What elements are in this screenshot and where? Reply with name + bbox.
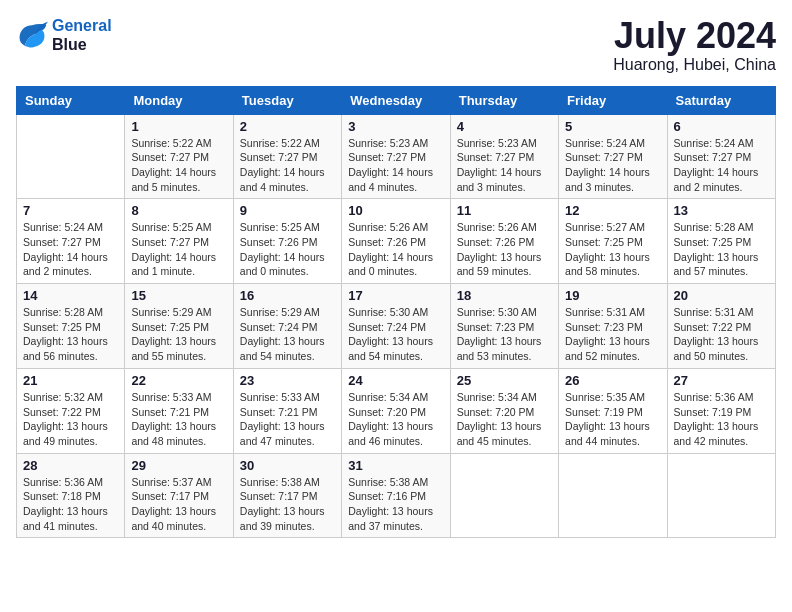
calendar-cell: 29Sunrise: 5:37 AMSunset: 7:17 PMDayligh… [125, 453, 233, 538]
calendar-cell: 7Sunrise: 5:24 AMSunset: 7:27 PMDaylight… [17, 199, 125, 284]
day-number: 7 [23, 203, 118, 218]
day-number: 22 [131, 373, 226, 388]
day-number: 9 [240, 203, 335, 218]
day-info: Sunrise: 5:38 AMSunset: 7:16 PMDaylight:… [348, 475, 443, 534]
day-number: 28 [23, 458, 118, 473]
day-info: Sunrise: 5:30 AMSunset: 7:23 PMDaylight:… [457, 305, 552, 364]
calendar-cell: 8Sunrise: 5:25 AMSunset: 7:27 PMDaylight… [125, 199, 233, 284]
title-block: July 2024 Huarong, Hubei, China [613, 16, 776, 74]
day-number: 23 [240, 373, 335, 388]
calendar-cell: 11Sunrise: 5:26 AMSunset: 7:26 PMDayligh… [450, 199, 558, 284]
calendar-cell [667, 453, 775, 538]
day-number: 20 [674, 288, 769, 303]
day-number: 29 [131, 458, 226, 473]
calendar-cell: 15Sunrise: 5:29 AMSunset: 7:25 PMDayligh… [125, 284, 233, 369]
day-of-week-header: Wednesday [342, 86, 450, 114]
calendar-cell: 2Sunrise: 5:22 AMSunset: 7:27 PMDaylight… [233, 114, 341, 199]
day-number: 5 [565, 119, 660, 134]
day-info: Sunrise: 5:36 AMSunset: 7:18 PMDaylight:… [23, 475, 118, 534]
calendar-week-row: 21Sunrise: 5:32 AMSunset: 7:22 PMDayligh… [17, 368, 776, 453]
calendar-cell [17, 114, 125, 199]
calendar-cell: 18Sunrise: 5:30 AMSunset: 7:23 PMDayligh… [450, 284, 558, 369]
calendar-cell: 1Sunrise: 5:22 AMSunset: 7:27 PMDaylight… [125, 114, 233, 199]
calendar-week-row: 28Sunrise: 5:36 AMSunset: 7:18 PMDayligh… [17, 453, 776, 538]
month-year-title: July 2024 [613, 16, 776, 56]
calendar-cell: 22Sunrise: 5:33 AMSunset: 7:21 PMDayligh… [125, 368, 233, 453]
day-info: Sunrise: 5:24 AMSunset: 7:27 PMDaylight:… [565, 136, 660, 195]
location-subtitle: Huarong, Hubei, China [613, 56, 776, 74]
day-info: Sunrise: 5:28 AMSunset: 7:25 PMDaylight:… [674, 220, 769, 279]
calendar-cell [559, 453, 667, 538]
day-number: 8 [131, 203, 226, 218]
day-of-week-header: Sunday [17, 86, 125, 114]
day-info: Sunrise: 5:31 AMSunset: 7:23 PMDaylight:… [565, 305, 660, 364]
day-of-week-header: Friday [559, 86, 667, 114]
day-info: Sunrise: 5:26 AMSunset: 7:26 PMDaylight:… [348, 220, 443, 279]
calendar-cell: 4Sunrise: 5:23 AMSunset: 7:27 PMDaylight… [450, 114, 558, 199]
day-number: 12 [565, 203, 660, 218]
logo: General Blue [16, 16, 112, 54]
day-number: 3 [348, 119, 443, 134]
calendar-week-row: 14Sunrise: 5:28 AMSunset: 7:25 PMDayligh… [17, 284, 776, 369]
day-number: 18 [457, 288, 552, 303]
day-info: Sunrise: 5:31 AMSunset: 7:22 PMDaylight:… [674, 305, 769, 364]
day-info: Sunrise: 5:36 AMSunset: 7:19 PMDaylight:… [674, 390, 769, 449]
calendar-table: SundayMondayTuesdayWednesdayThursdayFrid… [16, 86, 776, 539]
day-number: 11 [457, 203, 552, 218]
day-number: 25 [457, 373, 552, 388]
day-number: 30 [240, 458, 335, 473]
calendar-cell: 9Sunrise: 5:25 AMSunset: 7:26 PMDaylight… [233, 199, 341, 284]
day-number: 1 [131, 119, 226, 134]
day-info: Sunrise: 5:34 AMSunset: 7:20 PMDaylight:… [457, 390, 552, 449]
day-info: Sunrise: 5:28 AMSunset: 7:25 PMDaylight:… [23, 305, 118, 364]
day-info: Sunrise: 5:24 AMSunset: 7:27 PMDaylight:… [674, 136, 769, 195]
day-number: 21 [23, 373, 118, 388]
day-info: Sunrise: 5:33 AMSunset: 7:21 PMDaylight:… [131, 390, 226, 449]
day-info: Sunrise: 5:29 AMSunset: 7:24 PMDaylight:… [240, 305, 335, 364]
day-info: Sunrise: 5:23 AMSunset: 7:27 PMDaylight:… [348, 136, 443, 195]
calendar-cell: 30Sunrise: 5:38 AMSunset: 7:17 PMDayligh… [233, 453, 341, 538]
calendar-cell: 25Sunrise: 5:34 AMSunset: 7:20 PMDayligh… [450, 368, 558, 453]
day-number: 2 [240, 119, 335, 134]
calendar-cell: 31Sunrise: 5:38 AMSunset: 7:16 PMDayligh… [342, 453, 450, 538]
day-of-week-header: Monday [125, 86, 233, 114]
day-info: Sunrise: 5:29 AMSunset: 7:25 PMDaylight:… [131, 305, 226, 364]
day-number: 15 [131, 288, 226, 303]
calendar-cell: 3Sunrise: 5:23 AMSunset: 7:27 PMDaylight… [342, 114, 450, 199]
calendar-cell: 13Sunrise: 5:28 AMSunset: 7:25 PMDayligh… [667, 199, 775, 284]
day-number: 10 [348, 203, 443, 218]
day-number: 13 [674, 203, 769, 218]
day-number: 4 [457, 119, 552, 134]
calendar-cell: 5Sunrise: 5:24 AMSunset: 7:27 PMDaylight… [559, 114, 667, 199]
calendar-cell: 10Sunrise: 5:26 AMSunset: 7:26 PMDayligh… [342, 199, 450, 284]
day-number: 17 [348, 288, 443, 303]
day-info: Sunrise: 5:34 AMSunset: 7:20 PMDaylight:… [348, 390, 443, 449]
calendar-cell: 17Sunrise: 5:30 AMSunset: 7:24 PMDayligh… [342, 284, 450, 369]
day-info: Sunrise: 5:24 AMSunset: 7:27 PMDaylight:… [23, 220, 118, 279]
logo-icon [16, 21, 48, 49]
day-number: 26 [565, 373, 660, 388]
day-number: 24 [348, 373, 443, 388]
day-info: Sunrise: 5:25 AMSunset: 7:27 PMDaylight:… [131, 220, 226, 279]
day-number: 27 [674, 373, 769, 388]
day-number: 31 [348, 458, 443, 473]
day-number: 16 [240, 288, 335, 303]
logo-text: General Blue [52, 16, 112, 54]
calendar-cell: 23Sunrise: 5:33 AMSunset: 7:21 PMDayligh… [233, 368, 341, 453]
day-info: Sunrise: 5:22 AMSunset: 7:27 PMDaylight:… [240, 136, 335, 195]
day-info: Sunrise: 5:25 AMSunset: 7:26 PMDaylight:… [240, 220, 335, 279]
calendar-header-row: SundayMondayTuesdayWednesdayThursdayFrid… [17, 86, 776, 114]
day-of-week-header: Thursday [450, 86, 558, 114]
calendar-cell: 27Sunrise: 5:36 AMSunset: 7:19 PMDayligh… [667, 368, 775, 453]
page-header: General Blue July 2024 Huarong, Hubei, C… [16, 16, 776, 74]
calendar-cell: 14Sunrise: 5:28 AMSunset: 7:25 PMDayligh… [17, 284, 125, 369]
calendar-cell: 19Sunrise: 5:31 AMSunset: 7:23 PMDayligh… [559, 284, 667, 369]
calendar-cell: 28Sunrise: 5:36 AMSunset: 7:18 PMDayligh… [17, 453, 125, 538]
day-info: Sunrise: 5:32 AMSunset: 7:22 PMDaylight:… [23, 390, 118, 449]
calendar-cell: 26Sunrise: 5:35 AMSunset: 7:19 PMDayligh… [559, 368, 667, 453]
day-info: Sunrise: 5:30 AMSunset: 7:24 PMDaylight:… [348, 305, 443, 364]
day-number: 6 [674, 119, 769, 134]
day-info: Sunrise: 5:26 AMSunset: 7:26 PMDaylight:… [457, 220, 552, 279]
day-of-week-header: Tuesday [233, 86, 341, 114]
calendar-week-row: 1Sunrise: 5:22 AMSunset: 7:27 PMDaylight… [17, 114, 776, 199]
